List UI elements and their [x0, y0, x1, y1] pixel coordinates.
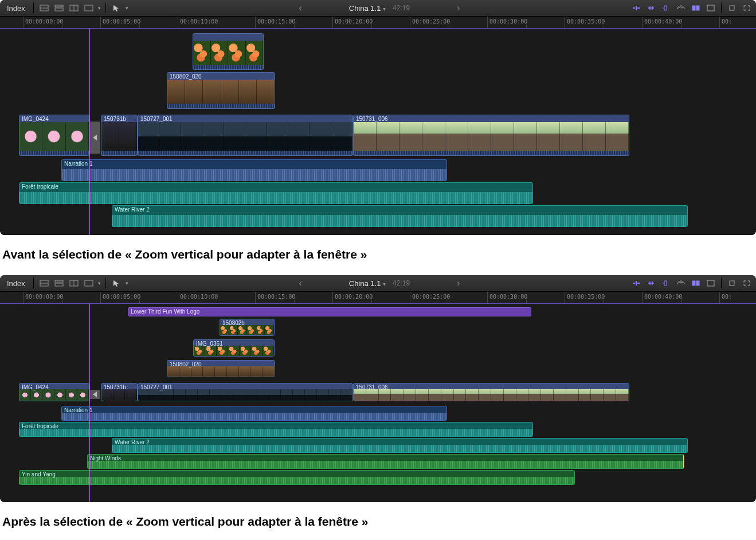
- audio-clip[interactable]: Narration 1: [61, 159, 447, 181]
- layout-icon-3[interactable]: [68, 279, 80, 288]
- share-icon[interactable]: [726, 3, 738, 13]
- video-clip[interactable]: 150731_006: [353, 115, 629, 156]
- clip-label: IMG_0424: [22, 384, 49, 390]
- separator: [721, 278, 722, 288]
- timeline-toolbar: Index ▾ ▾ ‹ China 1.1 ▾ 42:19 ›: [0, 0, 756, 17]
- solo-icon[interactable]: [675, 3, 687, 13]
- clip-label: 150802_020: [170, 361, 202, 367]
- video-clip[interactable]: IMG_0361: [193, 339, 275, 357]
- fullscreen-icon[interactable]: [741, 3, 753, 13]
- video-clip[interactable]: [193, 33, 264, 70]
- clip-label: Forêt tropicale: [22, 183, 58, 190]
- video-clip[interactable]: 150802b: [220, 319, 275, 336]
- select-tool-icon[interactable]: [111, 279, 122, 288]
- audio-skim-icon[interactable]: [660, 279, 672, 288]
- timecode-display: 42:19: [393, 4, 410, 12]
- svg-rect-6: [85, 5, 93, 11]
- timeline-toolbar: Index ▾ ▾ ‹ China 1.1 ▾ 42:19 ›: [0, 275, 756, 292]
- clip-label: IMG_0361: [196, 341, 223, 347]
- svg-rect-21: [730, 281, 734, 285]
- chevron-down-icon[interactable]: ▾: [126, 5, 128, 11]
- audio-clip[interactable]: Water River 2: [112, 438, 688, 453]
- layout-icon-2[interactable]: [53, 279, 65, 288]
- clip-label: 150731_006: [356, 116, 388, 122]
- clip-label: Narration 1: [64, 161, 92, 167]
- layout-icon-4[interactable]: [83, 3, 95, 13]
- clip-label: IMG_0424: [22, 116, 49, 122]
- snap-icon[interactable]: [630, 3, 642, 13]
- layout-icon-1[interactable]: [38, 3, 50, 13]
- project-title[interactable]: China 1.1 ▾: [349, 4, 386, 13]
- video-clip[interactable]: 150731b: [101, 115, 138, 156]
- title-clip[interactable]: Lower Third Fun With Logo: [128, 307, 531, 316]
- prev-edit-icon[interactable]: ‹: [258, 3, 342, 13]
- clip-label: 150731b: [104, 384, 126, 390]
- separator: [33, 278, 34, 288]
- prev-edit-icon[interactable]: ‹: [258, 278, 342, 288]
- audio-clip[interactable]: Yin and Yang: [19, 470, 575, 485]
- timeline-tracks[interactable]: Lower Third Fun With Logo150802bIMG_0361…: [0, 304, 756, 502]
- svg-rect-19: [696, 281, 699, 285]
- next-edit-icon[interactable]: ›: [417, 3, 500, 13]
- timeline-after: Index ▾ ▾ ‹ China 1.1 ▾ 42:19 › 00:00:00…: [0, 275, 756, 502]
- chevron-down-icon[interactable]: ▾: [98, 5, 101, 11]
- select-tool-icon[interactable]: [111, 3, 122, 13]
- layout-icon-2[interactable]: [53, 3, 65, 13]
- clip-label: 150727_001: [140, 116, 173, 122]
- clip-appearance-icon[interactable]: [690, 3, 702, 13]
- video-clip[interactable]: 150802_020: [167, 360, 275, 377]
- video-clip[interactable]: 150727_001: [138, 383, 353, 401]
- audio-clip[interactable]: Forêt tropicale: [19, 182, 533, 204]
- transition[interactable]: [89, 390, 100, 399]
- video-clip[interactable]: 150731_006: [353, 383, 629, 401]
- separator: [105, 278, 106, 288]
- svg-rect-3: [55, 8, 63, 11]
- timecode-display: 42:19: [393, 279, 410, 287]
- audio-clip[interactable]: Narration 1: [61, 406, 447, 421]
- transition[interactable]: [89, 122, 100, 154]
- chevron-down-icon[interactable]: ▾: [98, 280, 101, 286]
- timeline-before: Index ▾ ▾ ‹ China 1.1 ▾ 42:19 › 00:00:00…: [0, 0, 756, 235]
- playhead[interactable]: [89, 29, 90, 235]
- timeline-tracks[interactable]: 150802_020IMG_0424150731b150727_00115073…: [0, 29, 756, 235]
- clip-label: 150731b: [104, 116, 126, 122]
- snap-icon[interactable]: [630, 279, 642, 288]
- video-clip[interactable]: IMG_0424: [19, 115, 89, 156]
- timeline-ruler[interactable]: 00:00:00:0000:00:05:0000:00:10:0000:00:1…: [0, 17, 756, 29]
- svg-rect-9: [707, 5, 714, 11]
- layout-icon-1[interactable]: [38, 279, 50, 288]
- video-clip[interactable]: 150727_001: [138, 115, 353, 156]
- svg-rect-17: [85, 280, 93, 286]
- video-clip[interactable]: 150802_020: [167, 72, 275, 109]
- fullscreen-icon[interactable]: [741, 279, 753, 288]
- effects-icon[interactable]: [705, 279, 716, 288]
- layout-icon-3[interactable]: [68, 3, 80, 13]
- effects-icon[interactable]: [705, 3, 716, 13]
- svg-rect-10: [730, 6, 734, 10]
- audio-clip[interactable]: Forêt tropicale: [19, 422, 533, 437]
- index-button[interactable]: Index: [3, 278, 29, 289]
- video-clip[interactable]: 150731b: [101, 383, 138, 401]
- index-button[interactable]: Index: [3, 3, 29, 14]
- solo-icon[interactable]: [675, 279, 687, 288]
- timeline-ruler[interactable]: 00:00:00:0000:00:05:0000:00:10:0000:00:1…: [0, 292, 756, 304]
- chevron-down-icon[interactable]: ▾: [126, 280, 128, 286]
- svg-rect-7: [692, 6, 695, 10]
- share-icon[interactable]: [726, 279, 738, 288]
- layout-icon-4[interactable]: [83, 279, 95, 288]
- video-clip[interactable]: IMG_0424: [19, 383, 89, 401]
- clip-label: Forêt tropicale: [22, 423, 58, 429]
- next-edit-icon[interactable]: ›: [417, 278, 500, 288]
- clip-appearance-icon[interactable]: [690, 279, 702, 288]
- skim-icon[interactable]: [645, 3, 657, 13]
- audio-skim-icon[interactable]: [660, 3, 672, 13]
- clip-label: Lower Third Fun With Logo: [131, 308, 199, 315]
- audio-clip[interactable]: Water River 2: [112, 205, 688, 227]
- audio-clip[interactable]: Night Winds: [87, 454, 684, 469]
- caption-before: Avant la sélection de « Zoom vertical po…: [2, 248, 756, 261]
- clip-label: 150802_020: [170, 73, 202, 80]
- skim-icon[interactable]: [645, 279, 657, 288]
- project-title[interactable]: China 1.1 ▾: [349, 279, 386, 288]
- playhead[interactable]: [89, 304, 90, 502]
- clip-label: 150731_006: [356, 384, 388, 390]
